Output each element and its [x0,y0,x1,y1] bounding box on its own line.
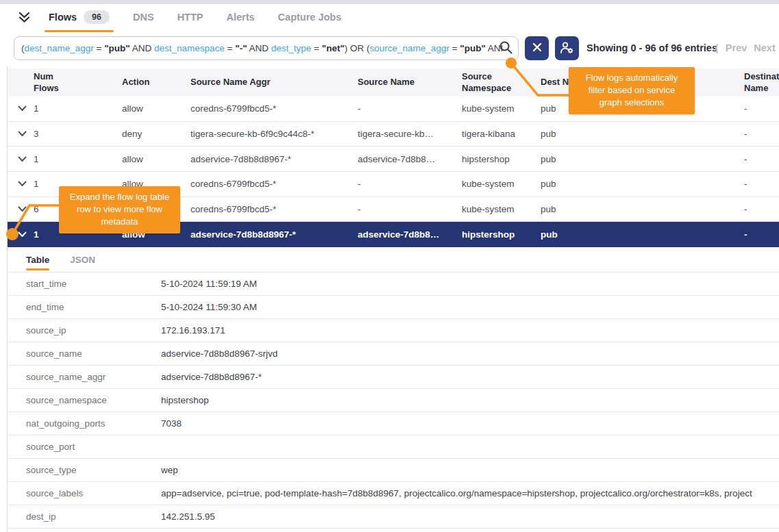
cell-dest_aggr: pub [541,229,744,240]
cell-src_aggr: adservice-7d8b8d8967-* [190,154,358,164]
query-segment: ) OR ( [345,43,370,53]
detail-field-value: 142.251.5.95 [161,511,779,522]
expand-row-chevron-icon[interactable] [18,206,34,212]
detail-field-value: 172.16.193.171 [161,325,779,335]
prev-arrow-icon[interactable]: ⟨ [715,36,719,60]
detail-row[interactable]: nat_outgoing_ports7038 [8,412,779,435]
tooltip-filter-note: Flow logs automatically filter based on … [569,67,695,114]
cell-src_aggr: coredns-6799fbcd5-* [190,204,358,214]
flow-table-row[interactable]: 1allowadservice-7d8b8d8967-*adservice-7d… [8,147,779,172]
detail-row[interactable]: start_time5-10-2024 11:59:19 AM [8,273,779,296]
column-header-source-name-aggr[interactable]: Source Name Aggr [190,77,358,88]
detail-field-key: source_ip [26,325,161,335]
query-segment: = [449,43,460,53]
query-segment: dest_name_aggr [25,43,94,53]
filter-query-input[interactable]: (dest_name_aggr = "pub" AND dest_namespa… [14,36,519,60]
expand-row-chevron-icon[interactable] [18,105,34,112]
flow-table-row[interactable]: 3denytigera-secure-kb-6f9c9c44c8-*tigera… [8,122,779,147]
detail-row[interactable]: source_typewep [8,459,779,482]
column-header-label: Action [122,77,149,88]
tab-label: Flows [49,12,77,23]
detail-field-key: source_port [26,442,161,452]
detail-row[interactable]: end_time5-10-2024 11:59:30 AM [8,296,779,319]
tab-flows[interactable]: Flows96 [47,4,111,30]
detail-field-key: source_labels [26,488,161,498]
column-header-source-name[interactable]: Source Name [358,77,462,88]
filter-query-text: (dest_name_aggr = "pub" AND dest_namespa… [21,43,503,53]
query-segment: "net" [322,43,345,53]
tab-label: Capture Jobs [278,12,342,23]
expand-row-chevron-icon[interactable] [18,156,34,162]
column-header-label: Num Flows [34,71,65,94]
detail-field-value: 7038 [161,418,779,429]
column-header-destination-name[interactable]: Destination Name [744,71,779,94]
cell-dest_aggr: pub [541,129,744,139]
cell-src_ns: kube-system [462,103,541,114]
expand-row-chevron-icon[interactable] [18,181,34,187]
detail-row[interactable]: dest_ip142.251.5.95 [8,505,779,529]
query-segment: AND [130,43,154,53]
query-segment: "pub" [460,43,486,53]
entries-count: Showing 0 - 96 of 96 entries [586,36,717,60]
tab-http[interactable]: HTTP [176,4,205,30]
next-button[interactable]: Next [754,36,775,60]
clear-filter-button[interactable] [525,36,549,60]
detail-row[interactable]: source_ip172.16.193.171 [8,319,779,342]
tab-label: Alerts [226,12,254,23]
expand-row-chevron-icon[interactable] [18,131,34,137]
detail-row[interactable]: source_nameadservice-7d8b8d8967-srjvd [8,342,779,366]
detail-field-key: nat_outgoing_ports [26,418,161,429]
detail-field-key: source_name_aggr [26,372,161,382]
cell-src_aggr: tigera-secure-kb-6f9c9c44c8-* [190,129,358,139]
cell-src_name: adservice-7d8b8… [358,229,462,240]
column-header-num-flows[interactable]: Num Flows [34,71,122,94]
cell-src_ns: kube-system [462,179,541,189]
tab-dns[interactable]: DNS [132,4,156,30]
prev-button[interactable]: Prev [726,36,747,60]
cell-num: 3 [34,129,122,139]
column-header-label: Source Name [358,77,415,88]
cell-num: 1 [34,103,122,114]
query-segment: = [311,43,321,53]
tab-alerts[interactable]: Alerts [225,4,256,30]
cell-src_ns: kube-system [462,204,541,214]
close-icon [532,42,542,54]
cell-action: deny [122,129,190,139]
detail-row[interactable]: source_port [8,435,779,459]
detail-tab-json[interactable]: JSON [70,247,95,272]
query-segment: AND [247,43,271,53]
search-icon[interactable] [499,40,513,58]
detail-field-value: adservice-7d8b8d8967-* [161,372,779,382]
detail-field-key: dest_ip [26,511,161,522]
cell-src_ns: hipstershop [462,154,541,164]
query-segment: dest_type [271,43,312,53]
user-settings-button[interactable] [555,36,579,60]
detail-field-value: 5-10-2024 11:59:30 AM [161,302,779,312]
cell-src_name: adservice-7d8b8… [358,154,462,164]
query-segment: source_name_aggr [370,43,449,53]
detail-row[interactable]: source_labelsapp=adservice, pci=true, po… [8,482,779,505]
query-segment: "-" [235,43,247,53]
double-chevron-down-icon[interactable] [18,12,31,23]
column-header-action[interactable]: Action [122,77,190,88]
expand-row-chevron-icon[interactable] [18,231,34,238]
cell-src_ns: tigera-kibana [462,129,541,139]
detail-row[interactable]: source_name_aggradservice-7d8b8d8967-* [8,366,779,389]
tooltip-expand-note: Expand the flow log table row to view mo… [59,186,180,233]
tab-capture-jobs[interactable]: Capture Jobs [277,4,343,30]
detail-field-key: start_time [26,279,161,289]
cell-src_ns: hipstershop [462,229,541,240]
detail-row[interactable]: source_namespacehipstershop [8,389,779,412]
column-header-source-namespace[interactable]: Source Namespace [462,71,541,94]
cell-dest_name: - [744,204,779,214]
query-segment: = [225,43,235,53]
cell-dest_aggr: pub [541,154,744,164]
detail-field-value: 5-10-2024 11:59:19 AM [161,279,779,289]
detail-tab-table[interactable]: Table [26,247,49,272]
cell-dest_name: - [744,103,779,114]
detail-field-key: source_name [26,349,161,359]
detail-field-value: adservice-7d8b8d8967-srjvd [161,349,779,359]
detail-field-key: source_namespace [26,395,161,405]
query-segment: dest_namespace [154,43,225,53]
cell-dest_name: - [744,129,779,139]
